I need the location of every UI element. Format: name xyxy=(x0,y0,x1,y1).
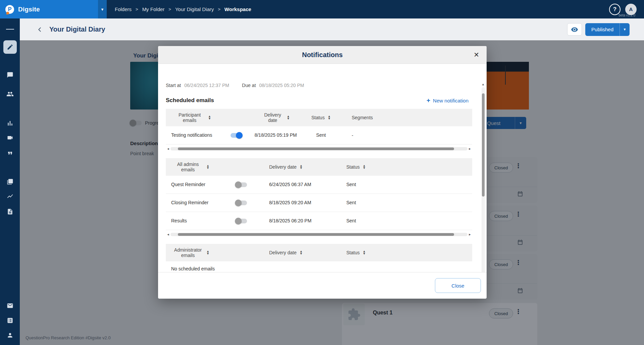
sidebar-item-reports[interactable] xyxy=(6,119,14,127)
brand-name: Digsite xyxy=(18,6,40,13)
notification-name: Closing Reminder xyxy=(166,200,216,206)
scheduled-emails-heading: Scheduled emails xyxy=(166,97,214,104)
person-icon xyxy=(7,332,13,339)
all-admins-emails-table: All admins emails ▲▼ Delivery date ▲▼ St… xyxy=(166,158,472,230)
scrollbar-thumb[interactable] xyxy=(178,147,454,150)
video-icon xyxy=(7,134,13,141)
sidebar-item-surveys[interactable] xyxy=(6,316,14,325)
bar-chart-icon xyxy=(7,120,13,127)
back-button[interactable] xyxy=(35,25,45,34)
column-header: Segments xyxy=(352,115,373,120)
modal-title: Notifications xyxy=(302,51,343,59)
column-header: Delivery date xyxy=(262,112,284,123)
column-header: All admins emails xyxy=(172,162,203,172)
scroll-left-icon[interactable]: ◄ xyxy=(166,147,170,150)
left-sidebar xyxy=(0,18,20,345)
plus-icon: + xyxy=(427,97,430,104)
delivery-date: 8/18/2025 06:20 PM xyxy=(266,218,315,224)
horizontal-scrollbar: ◄ ► xyxy=(166,146,472,151)
page-title: Your Digital Diary xyxy=(49,26,105,33)
status-value: Sent xyxy=(298,132,344,138)
sidebar-item-edit[interactable] xyxy=(3,40,17,54)
scrollbar-thumb[interactable] xyxy=(178,233,454,236)
column-header: Delivery date xyxy=(269,164,297,170)
participant-emails-table: Participant emails ▲▼ Delivery date ▲▼ S… xyxy=(166,109,472,144)
status-value: Sent xyxy=(344,182,392,187)
breadcrumb-your-digital-diary[interactable]: Your Digital Diary xyxy=(175,6,214,12)
breadcrumb-separator: > xyxy=(218,7,220,12)
column-header: Delivery date xyxy=(269,250,297,255)
sidebar-item-analytics[interactable] xyxy=(6,192,14,200)
sidebar-item-documents[interactable] xyxy=(6,208,14,216)
schedule-meta: Start at 06/24/2025 12:37 PM Due at 08/1… xyxy=(166,83,471,88)
table-row: Results 8/18/2025 06:20 PM Sent xyxy=(166,212,472,230)
quote-icon xyxy=(7,150,13,157)
preview-button[interactable] xyxy=(567,23,582,36)
column-header: Status xyxy=(311,115,325,120)
digsite-logo-icon: P xyxy=(5,5,14,14)
notification-toggle[interactable] xyxy=(236,219,247,223)
delivery-date: 8/18/2025 05:19 PM xyxy=(253,132,298,138)
sort-icon[interactable]: ▲▼ xyxy=(328,115,331,120)
column-header: Administrator emails xyxy=(172,247,203,258)
scroll-right-icon[interactable]: ► xyxy=(467,147,472,150)
sidebar-item-email[interactable] xyxy=(6,302,14,310)
people-icon xyxy=(6,90,14,98)
status-value: Sent xyxy=(344,218,392,224)
publish-split-button: Published ▼ xyxy=(585,23,630,36)
start-at-value: 06/24/2025 12:37 PM xyxy=(184,83,229,88)
sidebar-item-quotes[interactable] xyxy=(6,149,14,157)
administrator-emails-table: Administrator emails ▲▼ Delivery date ▲▼… xyxy=(166,244,472,272)
segments-value: - xyxy=(344,133,472,138)
sidebar-item-account[interactable] xyxy=(6,331,14,339)
sort-icon[interactable]: ▲▼ xyxy=(287,115,290,120)
new-notification-button[interactable]: + New notification xyxy=(427,97,468,104)
delivery-date: 6/24/2025 06:37 AM xyxy=(266,182,315,187)
published-dropdown-caret-icon[interactable]: ▼ xyxy=(620,23,630,36)
sort-icon[interactable]: ▲▼ xyxy=(206,165,209,169)
sort-icon[interactable]: ▲▼ xyxy=(363,250,366,255)
sort-icon[interactable]: ▲▼ xyxy=(300,250,303,255)
published-button[interactable]: Published xyxy=(585,23,620,36)
breadcrumb-separator: > xyxy=(136,7,138,12)
workspace-content: Your Digital Diary Progress Description … xyxy=(20,40,644,345)
notification-toggle[interactable] xyxy=(236,182,247,187)
sidebar-item-discussions[interactable] xyxy=(6,71,14,79)
close-button[interactable]: Close xyxy=(435,278,481,293)
document-icon xyxy=(7,208,13,215)
sort-icon[interactable]: ▲▼ xyxy=(206,250,209,255)
workspace-switcher[interactable]: P Digsite ▼ xyxy=(0,0,107,18)
table-row: Quest Reminder 6/24/2025 06:37 AM Sent xyxy=(166,176,472,194)
scroll-right-icon[interactable]: ► xyxy=(467,233,472,236)
sidebar-item-videos[interactable] xyxy=(6,134,14,142)
scroll-left-icon[interactable]: ◄ xyxy=(166,233,170,236)
clipboard-list-icon xyxy=(7,317,13,324)
pencil-icon xyxy=(7,44,13,50)
new-notification-label: New notification xyxy=(433,98,468,103)
start-at-label: Start at xyxy=(166,83,181,88)
sort-icon[interactable]: ▲▼ xyxy=(363,165,366,169)
column-header: Participant emails xyxy=(174,112,205,123)
menu-toggle-icon[interactable] xyxy=(6,25,14,33)
notification-toggle[interactable] xyxy=(236,201,247,205)
notification-toggle[interactable] xyxy=(231,133,242,138)
sort-icon[interactable]: ▲▼ xyxy=(300,165,303,169)
table-row: Testing notifications 8/18/2025 05:19 PM… xyxy=(166,126,472,144)
sidebar-item-participants[interactable] xyxy=(6,90,14,98)
notification-name: Testing notifications xyxy=(166,132,216,138)
scroll-up-icon[interactable]: ▲ xyxy=(482,83,485,87)
close-icon[interactable]: ✕ xyxy=(474,51,479,59)
horizontal-scrollbar: ◄ ► xyxy=(166,232,472,236)
breadcrumb-workspace[interactable]: Workspace xyxy=(225,6,251,12)
breadcrumb-my-folder[interactable]: My Folder xyxy=(142,6,165,12)
notification-name: Quest Reminder xyxy=(166,182,216,187)
sort-icon[interactable]: ▲▼ xyxy=(208,115,211,120)
mail-icon xyxy=(7,302,13,309)
sidebar-item-library[interactable] xyxy=(6,178,14,186)
scrollbar-thumb[interactable] xyxy=(482,93,485,197)
top-navigation-bar: P Digsite ▼ Folders > My Folder > Your D… xyxy=(0,0,644,18)
workspace-dropdown-caret-icon[interactable]: ▼ xyxy=(98,0,107,18)
breadcrumb-separator: > xyxy=(168,7,171,12)
breadcrumb-folders[interactable]: Folders xyxy=(115,6,132,12)
version-label: beta v1.2.0 xyxy=(619,13,635,17)
